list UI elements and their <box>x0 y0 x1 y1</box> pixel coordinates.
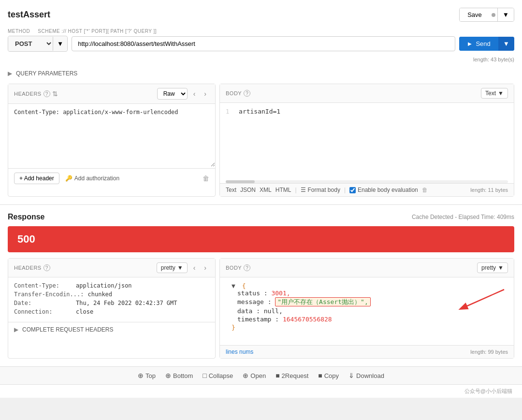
headers-info-icon[interactable]: ? <box>44 90 50 97</box>
headers-left-nav[interactable]: ‹ <box>190 89 199 99</box>
resp-body-info-icon[interactable]: ? <box>244 264 250 271</box>
download-icon: ⇓ <box>348 372 354 379</box>
copy-button[interactable]: ■ Copy <box>318 372 339 379</box>
table-row: Content-Type: application/json <box>14 282 209 289</box>
resp-header-key: Connection: <box>14 308 72 315</box>
save-dot-indicator <box>492 13 495 17</box>
json-timestamp-value: 1645670556828 <box>283 316 332 323</box>
lines-nums-link[interactable]: lines nums <box>226 348 253 355</box>
body-panel: BODY ? Text ▼ 1 artisanId=1 Text <box>219 84 514 197</box>
resp-body-pretty-dropdown[interactable]: pretty ▼ <box>477 262 508 273</box>
separator: | <box>295 187 296 193</box>
save-dropdown-button[interactable]: ▼ <box>497 8 514 21</box>
download-button[interactable]: ⇓ Download <box>348 372 384 379</box>
resp-header-content: Content-Type: application/json Transfer-… <box>8 277 215 322</box>
top-button[interactable]: ⊕ Top <box>138 372 156 379</box>
resp-body-dropdown-icon: ▼ <box>498 264 504 271</box>
headers-textarea[interactable]: Content-Type: application/x-www-form-url… <box>8 104 215 167</box>
response-title: Response <box>8 213 44 221</box>
table-row: Connection: close <box>14 308 209 315</box>
resp-headers-right-nav[interactable]: › <box>201 263 209 273</box>
body-editor: 1 artisanId=1 <box>220 103 514 180</box>
json-close-brace: } <box>232 324 235 331</box>
bottom-button[interactable]: ⊕ Bottom <box>165 372 193 379</box>
json-message-value: "用户不存在（Assert抛出）", <box>275 297 370 306</box>
headers-panel-title: HEADERS ? ⇅ <box>14 90 58 98</box>
query-params-label: QUERY PARAMETERS <box>16 70 77 77</box>
page-title: testAssert <box>8 10 50 20</box>
enable-eval-label[interactable]: Enable body evaluation <box>349 187 418 193</box>
request2-button[interactable]: ■ 2Request <box>276 372 308 379</box>
complete-request-row[interactable]: ▶ COMPLETE REQUEST HEADERS <box>8 322 215 337</box>
response-body-content: ▼ { status : 3001, message : "用户不存在（Asse… <box>220 277 514 345</box>
key-icon: 🔑 <box>65 175 72 182</box>
save-button-group: Save ▼ <box>459 8 514 22</box>
send-btn-group: ► Send ▼ <box>459 37 514 51</box>
body-trash-icon[interactable]: 🗑 <box>422 187 428 193</box>
body-content: artisanId=1 <box>239 108 280 115</box>
json-status-value: 3001, <box>271 290 290 297</box>
url-input[interactable] <box>72 36 455 51</box>
complete-request-label: COMPLETE REQUEST HEADERS <box>22 326 113 333</box>
top-icon: ⊕ <box>138 372 144 379</box>
resp-headers-pretty-dropdown[interactable]: pretty ▼ <box>157 262 188 273</box>
headers-right-nav[interactable]: › <box>201 89 209 99</box>
dropdown-chevron-icon: ▼ <box>498 90 504 97</box>
body-text-dropdown[interactable]: Text ▼ <box>481 88 508 99</box>
json-data-value: null, <box>264 307 283 315</box>
url-length: length: 43 byte(s) <box>8 57 514 62</box>
resp-headers-title: HEADERS ? <box>14 264 50 271</box>
resp-body-length: length: 99 bytes <box>470 349 508 355</box>
status-banner: 500 <box>8 226 514 252</box>
footer-text: 公众号@小小后端猫 <box>464 388 512 395</box>
bottom-icon: ⊕ <box>165 372 171 379</box>
body-info-icon[interactable]: ? <box>244 90 250 97</box>
table-row: Date: Thu, 24 Feb 2022 02:42:37 GMT <box>14 300 209 306</box>
format-body-button[interactable]: ☰ Format body <box>301 187 340 193</box>
body-text-link[interactable]: Text <box>226 187 236 193</box>
resp-headers-info-icon[interactable]: ? <box>44 264 50 271</box>
expand-arrow-icon: ▶ <box>8 70 12 77</box>
method-select[interactable]: POST GET PUT DELETE <box>8 36 53 51</box>
query-params-row[interactable]: ▶ QUERY PARAMETERS <box>8 68 514 79</box>
save-button[interactable]: Save <box>460 8 490 21</box>
json-data-row: data : null, <box>237 307 506 315</box>
body-scrollbar[interactable] <box>226 180 255 183</box>
resp-header-key: Date: <box>14 300 72 306</box>
format-icon: ☰ <box>301 187 306 193</box>
json-timestamp-row: timestamp : 1645670556828 <box>237 316 506 323</box>
method-dropdown-button[interactable]: ▼ <box>53 37 67 51</box>
send-button[interactable]: ► Send <box>459 37 498 51</box>
body-html-link[interactable]: HTML <box>276 187 291 193</box>
response-headers-panel: HEADERS ? pretty ▼ ‹ › Content-Type: app… <box>8 258 216 359</box>
body-json-link[interactable]: JSON <box>240 187 256 193</box>
resp-header-key: Transfer-Encodin...: <box>14 291 84 298</box>
headers-panel: HEADERS ? ⇅ Raw ‹ › Content-Type: applic… <box>8 84 216 197</box>
method-label: METHOD <box>8 29 30 34</box>
delete-icon[interactable]: 🗑 <box>203 174 209 182</box>
json-status-row: status : 3001, <box>237 290 506 297</box>
resp-header-val: close <box>76 308 93 315</box>
resp-dropdown-icon: ▼ <box>177 264 183 271</box>
separator2: | <box>344 187 346 193</box>
collapse-icon: ▼ <box>232 282 235 290</box>
enable-eval-checkbox[interactable] <box>349 187 356 193</box>
complete-req-expand-icon: ▶ <box>14 326 18 333</box>
open-icon: ⊕ <box>243 372 248 379</box>
resp-headers-left-nav[interactable]: ‹ <box>190 263 199 273</box>
headers-raw-select[interactable]: Raw <box>157 88 188 100</box>
body-xml-link[interactable]: XML <box>260 187 272 193</box>
status-code: 500 <box>17 233 35 245</box>
copy-icon: ■ <box>318 372 322 379</box>
add-auth-button[interactable]: 🔑 Add authorization <box>65 175 119 182</box>
resp-header-val: chunked <box>88 291 113 298</box>
add-header-button[interactable]: + Add header <box>14 173 59 184</box>
line-number: 1 <box>226 108 229 115</box>
send-dropdown-button[interactable]: ▼ <box>498 37 514 51</box>
open-button[interactable]: ⊕ Open <box>243 372 266 379</box>
collapse-button[interactable]: □ Collapse <box>203 372 233 379</box>
collapse-icon: □ <box>203 372 206 379</box>
headers-sort-icon[interactable]: ⇅ <box>52 90 58 98</box>
table-row: Transfer-Encodin...: chunked <box>14 291 209 298</box>
request2-icon: ■ <box>276 372 279 379</box>
